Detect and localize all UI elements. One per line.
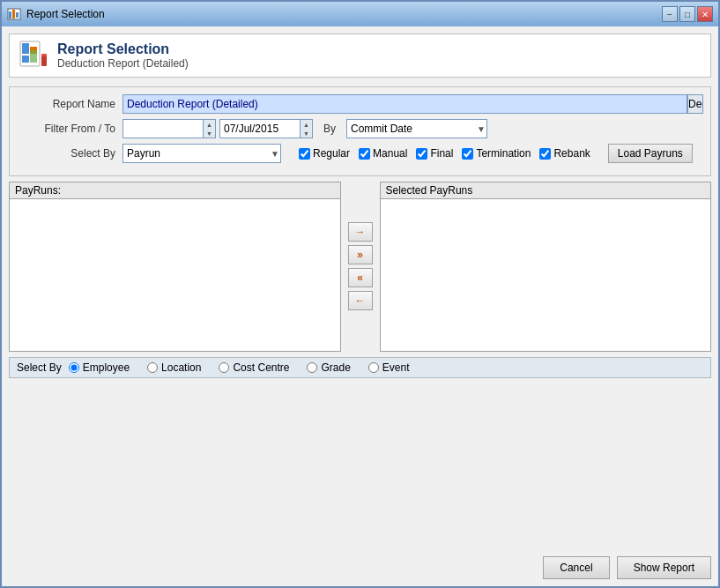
svg-rect-7 (22, 56, 29, 63)
employee-radio[interactable] (69, 362, 79, 373)
move-one-right-button[interactable]: → (348, 222, 373, 242)
event-radio-label: Event (382, 361, 410, 374)
filter-field: ▲ ▼ ▲ ▼ By Commit Date (122, 119, 703, 138)
page-subtitle: Deduction Report (Detailed) (57, 57, 189, 70)
manual-checkbox-item[interactable]: Manual (359, 147, 407, 160)
grade-radio-label: Grade (321, 361, 350, 374)
manual-label: Manual (373, 147, 407, 160)
window-icon (7, 7, 21, 21)
grade-radio-item[interactable]: Grade (307, 361, 350, 374)
spin-up-icon-2[interactable]: ▲ (301, 120, 312, 129)
by-dropdown[interactable]: Commit Date Pay Date Period (346, 119, 487, 138)
move-all-left-button[interactable]: « (348, 268, 373, 287)
main-window: Report Selection − □ ✕ (0, 0, 720, 588)
cost-centre-radio-item[interactable]: Cost Centre (219, 361, 289, 374)
title-bar-controls: − □ ✕ (662, 6, 713, 22)
payruns-header: PayRuns: (10, 182, 340, 199)
select-by-bottom: Select By Employee Location Cost Centre … (9, 357, 711, 378)
filter-from-input[interactable] (123, 120, 203, 138)
arrow-left-icon: ← (355, 294, 366, 307)
filter-label: Filter From / To (17, 123, 122, 135)
filter-from-spinner[interactable]: ▲ ▼ (203, 120, 215, 138)
content-area: Report Selection Deduction Report (Detai… (2, 26, 718, 586)
payrun-dropdown-wrapper: Payrun All Payruns ▼ (122, 144, 281, 163)
event-radio-item[interactable]: Event (368, 361, 410, 374)
by-label: By (323, 123, 336, 135)
move-one-left-button[interactable]: ← (348, 291, 373, 310)
payruns-header-label: PayRuns: (15, 184, 61, 197)
svg-rect-3 (16, 12, 19, 18)
filter-to-input[interactable] (220, 120, 300, 138)
final-checkbox[interactable] (416, 148, 427, 160)
window-title: Report Selection (26, 8, 105, 20)
employee-radio-item[interactable]: Employee (69, 361, 130, 374)
minimize-button[interactable]: − (662, 6, 678, 22)
close-button[interactable]: ✕ (697, 6, 713, 22)
filter-row: Filter From / To ▲ ▼ ▲ ▼ (17, 119, 703, 138)
select-by-label: Select By (17, 147, 122, 160)
show-report-button[interactable]: Show Report (617, 556, 711, 579)
final-label: Final (430, 147, 453, 160)
arrow-right-icon: → (355, 226, 366, 238)
radio-group: Employee Location Cost Centre Grade Even… (69, 361, 410, 374)
move-all-right-button[interactable]: » (348, 245, 373, 264)
rebank-checkbox[interactable] (539, 148, 551, 160)
cancel-button[interactable]: Cancel (543, 556, 609, 579)
title-bar: Report Selection − □ ✕ (2, 2, 718, 26)
svg-rect-1 (9, 11, 11, 19)
load-payruns-button[interactable]: Load Payruns (608, 144, 693, 163)
location-radio-item[interactable]: Location (147, 361, 201, 374)
rebank-label: Rebank (553, 147, 590, 160)
svg-rect-2 (12, 10, 15, 19)
selected-payruns-container: Selected PayRuns (380, 182, 712, 352)
payrun-dropdown[interactable]: Payrun All Payruns (122, 144, 281, 163)
report-name-dropdown[interactable]: Deduction Report (Detailed) (687, 94, 703, 114)
spin-down-icon[interactable]: ▼ (204, 129, 215, 138)
report-name-row: Report Name Deduction Report (Detailed) (17, 94, 703, 114)
form-section: Report Name Deduction Report (Detailed) … (9, 86, 711, 176)
event-radio[interactable] (368, 362, 379, 373)
maximize-button[interactable]: □ (679, 6, 695, 22)
payruns-list-container: PayRuns: (9, 182, 341, 352)
payruns-body[interactable] (10, 199, 340, 351)
termination-label: Termination (476, 147, 531, 160)
location-radio[interactable] (147, 362, 158, 373)
double-arrow-left-icon: « (357, 272, 363, 284)
manual-checkbox[interactable] (359, 148, 370, 160)
bottom-buttons: Cancel Show Report (9, 553, 711, 579)
employee-radio-label: Employee (83, 361, 130, 374)
grade-radio[interactable] (307, 362, 317, 373)
final-checkbox-item[interactable]: Final (416, 147, 453, 160)
spin-down-icon-2[interactable]: ▼ (301, 129, 312, 138)
termination-checkbox-item[interactable]: Termination (462, 147, 531, 160)
svg-rect-9 (41, 56, 47, 66)
svg-rect-10 (41, 54, 47, 56)
report-icon (17, 40, 48, 71)
regular-checkbox-item[interactable]: Regular (299, 147, 350, 160)
selected-payruns-body[interactable] (381, 199, 711, 351)
svg-rect-8 (30, 50, 37, 63)
selected-payruns-label: Selected PayRuns (386, 184, 473, 197)
location-radio-label: Location (161, 361, 201, 374)
double-arrow-right-icon: » (357, 249, 363, 261)
cost-centre-radio[interactable] (219, 362, 229, 373)
select-by-bottom-label: Select By (17, 361, 62, 374)
header-text: Report Selection Deduction Report (Detai… (57, 41, 189, 70)
report-name-input[interactable] (122, 94, 687, 114)
page-title: Report Selection (57, 41, 189, 57)
regular-label: Regular (313, 147, 350, 160)
filter-from-wrapper: ▲ ▼ (122, 119, 216, 138)
termination-checkbox[interactable] (462, 148, 473, 160)
spin-up-icon[interactable]: ▲ (204, 120, 215, 129)
select-by-field: Payrun All Payruns ▼ Regular Manual (122, 144, 703, 163)
rebank-checkbox-item[interactable]: Rebank (539, 147, 590, 160)
svg-rect-5 (22, 43, 29, 54)
transfer-buttons: → » « ← (345, 182, 376, 352)
checkbox-group: Regular Manual Final Termination (299, 144, 693, 163)
filter-to-spinner[interactable]: ▲ ▼ (300, 120, 312, 138)
selected-payruns-header: Selected PayRuns (381, 182, 711, 199)
title-bar-left: Report Selection (7, 7, 105, 21)
cost-centre-radio-label: Cost Centre (233, 361, 289, 374)
regular-checkbox[interactable] (299, 148, 310, 160)
filter-to-wrapper: ▲ ▼ (219, 119, 313, 138)
